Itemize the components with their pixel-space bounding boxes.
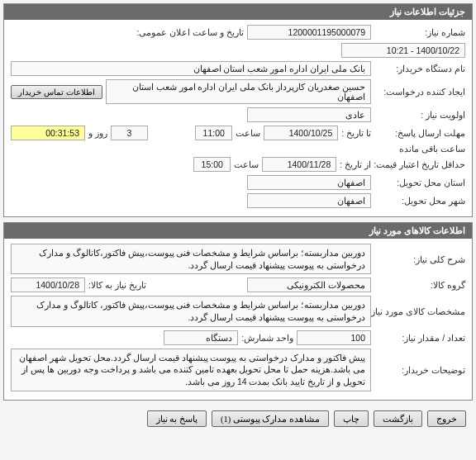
hours-left-label: ساعت باقی مانده	[399, 144, 465, 154]
hour-label-2: ساعت	[234, 159, 259, 169]
need-desc-value: دوربین مداربسته؛ براساس شرایط و مشخصات ف…	[11, 244, 371, 274]
price-from-date-value: 1400/11/28	[262, 157, 336, 172]
buyer-notes-label: توضیحات خریدار:	[374, 365, 465, 375]
need-number-label: شماره نیاز:	[374, 27, 465, 37]
action-button-bar: پاسخ به نیاز مشاهده مدارک پیوستی (1) چاپ…	[3, 405, 473, 432]
delivery-city-value: اصفهان	[247, 193, 371, 208]
buyer-org-label: نام دستگاه خریدار:	[374, 64, 465, 74]
qty-label: تعداد / مقدار نیاز:	[374, 333, 465, 343]
delivery-province-label: استان محل تحویل:	[374, 178, 465, 187]
goods-date-value: 1400/10/28	[11, 277, 85, 292]
requester-label: ایجاد کننده درخواست:	[374, 87, 465, 97]
announce-datetime-label: تاریخ و ساعت اعلان عمومی:	[136, 27, 244, 37]
goods-group-value: محصولات الکترونیکی	[247, 277, 371, 292]
reply-hour-value: 11:00	[195, 126, 232, 140]
delivery-city-label: شهر محل تحویل:	[374, 196, 465, 206]
qty-value: 100	[297, 330, 371, 345]
to-date-label-1: تا تاریخ :	[341, 128, 371, 138]
print-button[interactable]: چاپ	[334, 410, 369, 427]
price-validity-label: حداقل تاریخ اعتبار قیمت:	[374, 159, 465, 169]
goods-spec-value: دوربین مداربسته؛ براساس شرایط و مشخصات ف…	[11, 296, 371, 326]
days-left-value: 3	[111, 126, 148, 140]
buyer-notes-value: پیش فاکتور و مدارک درخواستی به پیوست پیش…	[11, 349, 371, 391]
goods-info-header: اطلاعات کالاهای مورد نیاز	[4, 223, 472, 239]
from-date-label: از تاریخ :	[340, 159, 371, 169]
attachments-button[interactable]: مشاهده مدارک پیوستی (1)	[212, 410, 329, 427]
reply-button[interactable]: پاسخ به نیاز	[147, 410, 207, 427]
need-details-header: جزئیات اطلاعات نیاز	[4, 4, 472, 20]
back-button[interactable]: بازگشت	[374, 410, 422, 427]
goods-info-section: اطلاعات کالاهای مورد نیاز شرح کلی نیاز: …	[3, 222, 473, 401]
hour-label-1: ساعت	[236, 128, 260, 138]
goods-date-label: تاریخ نیاز به کالا:	[88, 280, 146, 290]
reply-deadline-label: مهلت ارسال پاسخ:	[374, 128, 465, 138]
buyer-contact-button[interactable]: اطلاعات تماس خریدار	[11, 85, 102, 99]
need-number-value: 1200001195000079	[247, 25, 371, 40]
days-and-label: روز و	[88, 128, 107, 138]
announce-datetime-value: 1400/10/22 - 10:21	[341, 43, 465, 58]
need-details-body: شماره نیاز: 1200001195000079 تاریخ و ساع…	[4, 20, 472, 216]
time-left-value: 00:31:53	[11, 126, 85, 140]
delivery-province-value: اصفهان	[247, 175, 371, 190]
goods-spec-label: مشخصات کالای مورد نیاز:	[374, 306, 465, 316]
priority-value: عادی	[247, 107, 371, 122]
goods-info-body: شرح کلی نیاز: دوربین مداربسته؛ براساس شر…	[4, 239, 472, 400]
goods-group-label: گروه کالا:	[374, 280, 465, 290]
priority-label: اولویت نیاز :	[374, 110, 465, 120]
need-desc-label: شرح کلی نیاز:	[374, 254, 465, 264]
requester-value: حسین صغدریان کارپرداز بانک ملی ایران ادا…	[106, 79, 371, 104]
need-details-section: جزئیات اطلاعات نیاز شماره نیاز: 12000011…	[3, 3, 473, 217]
reply-to-date-value: 1400/10/25	[264, 126, 338, 140]
exit-button[interactable]: خروج	[427, 410, 466, 427]
order-unit-value: دستگاه	[164, 330, 238, 345]
order-unit-label: واحد شمارش:	[241, 333, 293, 343]
price-hour-value: 15:00	[193, 157, 231, 172]
buyer-org-value: بانک ملی ایران اداره امور شعب استان اصفه…	[11, 61, 371, 76]
